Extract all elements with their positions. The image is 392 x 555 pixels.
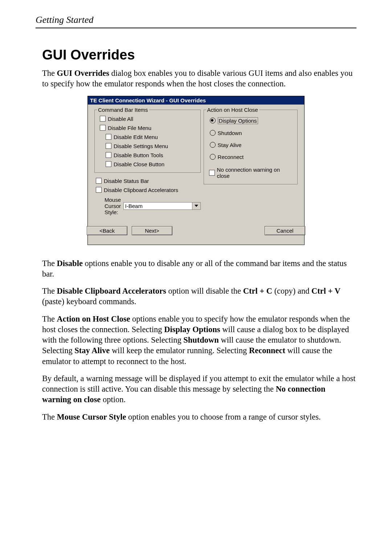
- mouse-cursor-style-combo[interactable]: I-Beam: [123, 202, 201, 210]
- text: The: [42, 314, 57, 323]
- checkbox-label: Disable Clipboard Accelerators: [104, 187, 178, 193]
- text-bold: Stay Alive: [74, 346, 110, 355]
- back-button[interactable]: <Back: [87, 226, 127, 235]
- text-bold: Ctrl + C: [243, 286, 272, 295]
- dialog-body: Command Bar Items Disable All Disable Fi…: [88, 105, 304, 245]
- checkbox-disable-edit-menu[interactable]: Disable Edit Menu: [98, 132, 197, 142]
- checkbox-icon: [106, 134, 111, 140]
- radio-reconnect[interactable]: Reconnect: [208, 151, 294, 163]
- text: (copy) and: [272, 286, 311, 295]
- text: option.: [101, 395, 126, 404]
- radio-icon: [210, 118, 216, 123]
- text-bold: Action on Host Close: [57, 314, 130, 323]
- radio-display-options[interactable]: Display Options: [208, 114, 294, 127]
- body-paragraph: The Mouse Cursor Style option enables yo…: [42, 412, 356, 422]
- checkbox-disable-status-bar[interactable]: Disable Status Bar: [94, 176, 201, 185]
- body-paragraph: By default, a warning message will be di…: [42, 373, 356, 405]
- group-legend: Action on Host Close: [206, 107, 259, 113]
- mouse-cursor-style-label: Mouse Cursor Style:: [105, 197, 121, 215]
- text: The: [42, 259, 57, 268]
- checkbox-label: Disable Close Button: [114, 161, 164, 167]
- checkbox-icon: [106, 143, 111, 149]
- text-bold: Mouse Cursor Style: [57, 412, 126, 421]
- checkbox-disable-clipboard-accelerators[interactable]: Disable Clipboard Accelerators: [94, 185, 201, 195]
- group-legend: Command Bar Items: [97, 107, 149, 113]
- radio-icon: [210, 142, 216, 148]
- group-action-on-host-close: Action on Host Close Display Options Shu…: [204, 110, 298, 184]
- radio-label: Stay Alive: [218, 142, 242, 148]
- intro-paragraph: The GUI Overrides dialog box enables you…: [42, 68, 356, 89]
- text-bold: GUI Overrides: [57, 69, 109, 78]
- radio-label: Display Options: [218, 117, 258, 124]
- text-bold: Display Options: [164, 325, 220, 334]
- combo-dropdown-button[interactable]: [192, 202, 201, 210]
- running-header: Getting Started: [36, 15, 356, 25]
- text: option will disable the: [166, 286, 243, 295]
- text: The: [42, 69, 57, 78]
- checkbox-icon: [100, 116, 106, 122]
- checkbox-label: Disable Edit Menu: [114, 134, 158, 140]
- text: will keep the emulator running. Selectin…: [110, 346, 249, 355]
- checkbox-icon: [106, 152, 111, 158]
- text: The: [42, 286, 57, 295]
- radio-stay-alive[interactable]: Stay Alive: [208, 139, 294, 151]
- checkbox-disable-file-menu[interactable]: Disable File Menu: [98, 123, 197, 132]
- body-paragraph: The Disable options enable you to disabl…: [42, 258, 356, 279]
- group-command-bar-items: Command Bar Items Disable All Disable Fi…: [94, 110, 201, 173]
- checkbox-label: Disable Button Tools: [114, 152, 163, 158]
- checkbox-icon: [96, 187, 102, 193]
- combo-value: I-Beam: [123, 202, 192, 210]
- text-bold: Shutdown: [183, 335, 219, 344]
- text: options enable you to disable any or all…: [42, 259, 347, 278]
- radio-shutdown[interactable]: Shutdown: [208, 127, 294, 139]
- checkbox-disable-close-button[interactable]: Disable Close Button: [98, 160, 197, 169]
- wizard-button-row: <Back Next> Cancel: [94, 217, 298, 242]
- checkbox-disable-button-tools[interactable]: Disable Button Tools: [98, 151, 197, 160]
- text: option enables you to choose from a rang…: [126, 412, 320, 421]
- text-bold: Disable Clipboard Accelerators: [57, 286, 166, 295]
- checkbox-label: Disable Settings Menu: [114, 143, 168, 149]
- checkbox-icon: [96, 178, 102, 184]
- checkbox-disable-all[interactable]: Disable All: [98, 114, 197, 123]
- checkbox-label: Disable File Menu: [108, 125, 151, 131]
- checkbox-label: No connection warning on close: [217, 167, 294, 179]
- text: The: [42, 412, 57, 421]
- text-bold: Ctrl + V: [311, 286, 340, 295]
- text: (paste) keyboard commands.: [42, 297, 136, 306]
- radio-icon: [210, 130, 216, 136]
- body-paragraph: The Action on Host Close options enable …: [42, 314, 356, 367]
- checkbox-icon: [209, 170, 215, 176]
- header-rule: [36, 28, 356, 28]
- gui-overrides-dialog: TE Client Connection Wizard - GUI Overri…: [87, 96, 305, 245]
- chevron-down-icon: [195, 205, 198, 207]
- checkbox-icon: [106, 161, 111, 167]
- body-paragraph: The Disable Clipboard Accelerators optio…: [42, 286, 356, 307]
- next-button[interactable]: Next>: [132, 226, 172, 235]
- radio-label: Reconnect: [218, 154, 244, 160]
- checkbox-label: Disable Status Bar: [104, 178, 149, 184]
- checkbox-no-connection-warning[interactable]: No connection warning on close: [208, 163, 294, 180]
- text-bold: Reconnect: [249, 346, 285, 355]
- text-bold: Disable: [57, 259, 83, 268]
- checkbox-icon: [100, 125, 106, 131]
- radio-label: Shutdown: [218, 130, 242, 136]
- dialog-titlebar: TE Client Connection Wizard - GUI Overri…: [88, 96, 304, 105]
- checkbox-label: Disable All: [108, 116, 133, 122]
- radio-icon: [210, 154, 216, 160]
- section-title: GUI Overrides: [42, 47, 356, 63]
- mouse-cursor-style-row: Mouse Cursor Style: I-Beam: [105, 197, 201, 215]
- cancel-button[interactable]: Cancel: [265, 226, 305, 235]
- checkbox-disable-settings-menu[interactable]: Disable Settings Menu: [98, 142, 197, 151]
